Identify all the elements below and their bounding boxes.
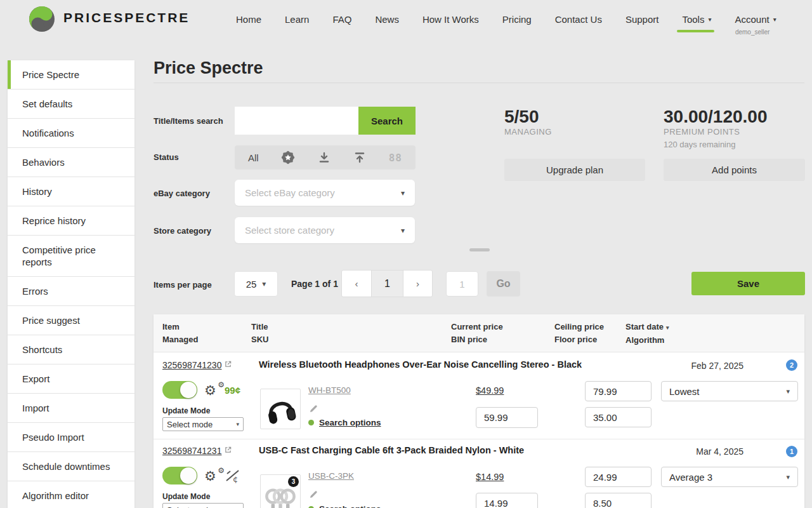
sku-link[interactable]: USB-C-3PK: [308, 471, 354, 481]
chevron-down-icon: ▾: [401, 189, 405, 197]
sidebar-item-competitive-price-reports[interactable]: Competitive price reports: [8, 236, 134, 277]
nav-contact-us[interactable]: Contact Us: [555, 14, 602, 25]
nav-home[interactable]: Home: [236, 14, 261, 25]
notification-badge: 1: [786, 446, 797, 457]
pager: ‹ 1 ›: [341, 270, 433, 297]
managing-count: 5/50: [504, 107, 539, 127]
start-date: Mar 4, 2025: [674, 446, 743, 457]
add-points-button[interactable]: Add points: [664, 159, 805, 181]
update-mode-select[interactable]: Select mode▾: [162, 503, 244, 508]
sidebar-item-export[interactable]: Export: [8, 364, 134, 394]
title-divider: [154, 83, 804, 83]
bin-price-input[interactable]: [476, 407, 538, 428]
nav-faq[interactable]: FAQ: [332, 14, 351, 25]
sidebar-item-shortcuts[interactable]: Shortcuts: [8, 335, 134, 364]
premium-points-label: PREMIUM POINTS: [664, 127, 740, 137]
update-mode-select[interactable]: Select mode▾: [162, 417, 244, 431]
store-category-label: Store category: [154, 226, 211, 236]
update-mode-label: Update Mode: [162, 406, 210, 415]
ceiling-price-input[interactable]: [585, 467, 652, 487]
current-page-button[interactable]: 1: [371, 271, 403, 297]
save-button[interactable]: Save: [691, 272, 805, 295]
col-startdate-algorithm[interactable]: Start date▾ Algorithm: [625, 321, 669, 347]
items-per-page-select[interactable]: 25 ▾: [234, 271, 278, 297]
download-icon[interactable]: [318, 151, 331, 164]
edit-pencil-icon[interactable]: [309, 490, 318, 502]
item-title: USB-C Fast Charging Cable 6ft 3-Pack Bra…: [259, 445, 524, 455]
ebay-category-select[interactable]: Select eBay category ▾: [235, 180, 415, 206]
search-input[interactable]: [235, 107, 358, 135]
nav-news[interactable]: News: [375, 14, 399, 25]
brand-name: PRICESPECTRE: [63, 10, 190, 25]
nav-how-it-works[interactable]: How It Works: [422, 14, 479, 25]
sidebar-item-algorithm-editor[interactable]: Algorithm editor: [8, 481, 134, 508]
search-options-link[interactable]: Search options: [308, 418, 381, 427]
brand-logo-icon: [29, 6, 55, 32]
edit-pencil-icon[interactable]: [309, 404, 318, 416]
col-ceiling-floor: Ceiling priceFloor price: [554, 321, 604, 346]
managed-toggle[interactable]: [162, 467, 197, 485]
sidebar-item-price-spectre[interactable]: Price Spectre: [8, 60, 134, 90]
collapse-handle[interactable]: [469, 248, 490, 251]
upload-icon[interactable]: [353, 151, 366, 164]
ebay-category-label: eBay category: [154, 189, 210, 198]
chevron-down-icon: ▾: [401, 226, 405, 235]
status-filter-bar: All 88: [235, 145, 416, 170]
sidebar-item-set-defaults[interactable]: Set defaults: [8, 90, 134, 119]
item-settings-gears-icon[interactable]: ⚙⚙: [204, 382, 226, 400]
prev-page-button[interactable]: ‹: [342, 271, 371, 297]
upgrade-plan-button[interactable]: Upgrade plan: [504, 159, 645, 181]
sidebar-item-import[interactable]: Import: [8, 394, 134, 423]
sidebar-item-reprice-history[interactable]: Reprice history: [8, 206, 134, 236]
goto-page-input[interactable]: [446, 271, 478, 297]
nav-learn[interactable]: Learn: [285, 14, 309, 25]
sort-chevron-icon: ▾: [666, 324, 669, 331]
managed-toggle[interactable]: [162, 381, 197, 399]
pricespectre-app: PRICESPECTRE Home Learn FAQ News How It …: [0, 0, 812, 508]
go-button[interactable]: Go: [487, 271, 520, 297]
item-id-link[interactable]: 325698741230: [162, 360, 221, 370]
item-settings-gears-icon[interactable]: ⚙⚙: [204, 468, 226, 486]
pack-count-badge: 3: [288, 476, 299, 487]
items-per-page-value: 25: [246, 279, 257, 290]
current-price-link[interactable]: $14.99: [476, 472, 504, 482]
algorithm-select[interactable]: Average 3▾: [661, 467, 798, 487]
table-header: ItemManaged TitleSKU Current priceBIN pr…: [154, 314, 804, 352]
next-page-button[interactable]: ›: [403, 271, 432, 297]
ceiling-price-input[interactable]: [585, 381, 652, 401]
sidebar-item-notifications[interactable]: Notifications: [8, 119, 134, 148]
eighty-eight-icon[interactable]: 88: [389, 152, 402, 164]
nav-pricing[interactable]: Pricing: [502, 14, 532, 25]
item-id-link[interactable]: 325698741231: [162, 446, 221, 456]
nav-support[interactable]: Support: [625, 14, 659, 25]
account-username: demo_seller: [735, 29, 770, 36]
svg-text:¢: ¢: [233, 474, 238, 484]
external-link-icon[interactable]: [225, 444, 232, 455]
floor-price-input[interactable]: [585, 493, 652, 508]
sidebar-item-schedule-downtimes[interactable]: Schedule downtimes: [8, 452, 134, 481]
sidebar-item-pseudo-import[interactable]: Pseudo Import: [8, 423, 134, 452]
store-category-select[interactable]: Select store category ▾: [235, 217, 415, 243]
search-options-link[interactable]: Search options: [308, 504, 381, 508]
headphones-image: [260, 389, 301, 429]
page-title: Price Spectre: [154, 58, 263, 78]
sidebar-item-history[interactable]: History: [8, 177, 134, 206]
nav-tools-menu[interactable]: Tools ▾: [682, 14, 711, 25]
current-price-link[interactable]: $49.99: [476, 385, 504, 396]
external-link-icon[interactable]: [225, 359, 232, 370]
status-all-button[interactable]: All: [248, 152, 259, 163]
bin-price-input[interactable]: [476, 493, 538, 508]
algorithm-select[interactable]: Lowest▾: [661, 381, 798, 401]
sidebar-item-behaviors[interactable]: Behaviors: [8, 148, 134, 177]
search-button[interactable]: Search: [358, 107, 416, 135]
seal-icon[interactable]: [281, 150, 295, 164]
product-thumbnail-headphones: [260, 389, 301, 429]
nav-tools-label: Tools: [682, 14, 704, 25]
toggle-knob: [180, 467, 197, 484]
sidebar-item-errors[interactable]: Errors: [8, 277, 134, 306]
premium-points-value: 30.00/120.00: [664, 107, 768, 127]
nav-account-menu[interactable]: Account ▾ demo_seller: [735, 14, 776, 25]
sidebar-item-price-suggest[interactable]: Price suggest: [8, 306, 134, 335]
sku-link[interactable]: WH-BT500: [308, 385, 351, 395]
floor-price-input[interactable]: [585, 407, 652, 427]
